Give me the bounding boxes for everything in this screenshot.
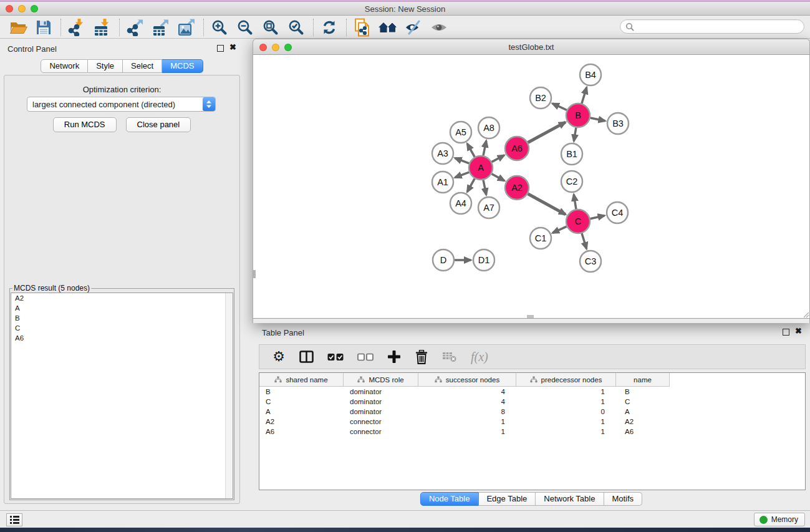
export-image-icon[interactable] xyxy=(176,18,196,37)
network-window-titlebar[interactable]: testGlobe.txt xyxy=(253,39,810,55)
show-panels-eye-icon[interactable] xyxy=(429,18,449,37)
table-row[interactable]: A2connector11A2 xyxy=(259,417,805,427)
search-input[interactable] xyxy=(634,22,804,31)
column-header-shared-name[interactable]: shared name xyxy=(259,373,344,387)
graph-node-D1[interactable]: D1 xyxy=(473,249,494,271)
tab-node-table[interactable]: Node Table xyxy=(420,492,479,506)
graph-node-A2[interactable]: A2 xyxy=(505,176,529,200)
graph-edge-C-C3[interactable] xyxy=(582,233,587,249)
table-row[interactable]: Adominator80A xyxy=(259,407,805,417)
refresh-icon[interactable] xyxy=(319,18,339,37)
close-panel-icon[interactable]: ✖ xyxy=(229,42,236,52)
graph-node-C3[interactable]: C3 xyxy=(580,251,601,272)
graph-edge-A-A7[interactable] xyxy=(483,180,486,195)
export-table-icon[interactable] xyxy=(151,18,171,37)
graph-edge-B-B2[interactable] xyxy=(552,104,567,110)
table-row[interactable]: Cdominator41C xyxy=(259,397,805,407)
mcds-list-scrollbar[interactable] xyxy=(225,293,233,498)
tab-network-table[interactable]: Network Table xyxy=(536,492,604,506)
graph-node-C[interactable]: C xyxy=(566,210,590,233)
tab-network[interactable]: Network xyxy=(41,59,88,73)
select-all-checkboxes-icon[interactable] xyxy=(327,353,344,361)
zoom-fit-icon[interactable] xyxy=(261,18,281,37)
close-table-panel-icon[interactable]: ✖ xyxy=(795,326,802,336)
open-session-icon[interactable] xyxy=(8,18,28,37)
graph-edge-A-A8[interactable] xyxy=(483,141,486,156)
split-columns-icon[interactable] xyxy=(299,351,314,363)
canvas-vertical-scrollbar[interactable] xyxy=(253,270,256,278)
resize-grip-icon[interactable] xyxy=(802,311,809,318)
graph-node-C1[interactable]: C1 xyxy=(530,228,551,249)
table-row[interactable]: Bdominator41B xyxy=(259,387,805,397)
graph-edge-C-C2[interactable] xyxy=(574,195,576,210)
table-settings-gear-icon[interactable]: ⚙ xyxy=(272,351,286,363)
graph-edge-A-A3[interactable] xyxy=(455,158,470,163)
column-header-predecessor-nodes[interactable]: predecessor nodes xyxy=(516,373,616,387)
zoom-out-icon[interactable] xyxy=(235,18,255,37)
tab-edge-table[interactable]: Edge Table xyxy=(478,492,536,506)
graph-node-D[interactable]: D xyxy=(433,249,454,271)
graph-node-B4[interactable]: B4 xyxy=(580,64,601,85)
column-header-successor-nodes[interactable]: successor nodes xyxy=(418,373,516,387)
graph-edge-A2-C[interactable] xyxy=(528,194,566,215)
home-view-icon[interactable] xyxy=(378,18,398,37)
graph-node-A6[interactable]: A6 xyxy=(505,137,529,160)
mcds-result-item[interactable]: C xyxy=(11,323,233,333)
graph-edge-B-B3[interactable] xyxy=(591,118,605,121)
search-field[interactable] xyxy=(620,19,804,34)
graph-node-A4[interactable]: A4 xyxy=(450,193,471,214)
mcds-result-item[interactable]: B xyxy=(11,313,233,323)
mcds-result-item[interactable]: A xyxy=(11,303,233,313)
save-session-icon[interactable] xyxy=(34,18,54,37)
graph-node-A5[interactable]: A5 xyxy=(450,122,471,143)
tab-style[interactable]: Style xyxy=(88,59,123,73)
import-table-icon[interactable] xyxy=(92,18,112,37)
deselect-checkboxes-icon[interactable] xyxy=(357,353,374,361)
graph-edge-A-A2[interactable] xyxy=(492,174,504,181)
criterion-select[interactable]: largest connected component (directed) xyxy=(27,97,216,112)
graph-edge-B-B4[interactable] xyxy=(582,87,587,104)
column-header-MCDS-role[interactable]: MCDS role xyxy=(344,373,418,387)
mcds-result-list[interactable]: A2ABCA6 xyxy=(11,293,233,499)
memory-button[interactable]: Memory xyxy=(754,513,805,526)
graph-node-C4[interactable]: C4 xyxy=(607,202,628,223)
graph-edge-A-A1[interactable] xyxy=(455,172,470,178)
graph-node-B3[interactable]: B3 xyxy=(607,113,629,134)
tab-mcds[interactable]: MCDS xyxy=(162,59,203,73)
graph-edge-A-A6[interactable] xyxy=(492,155,504,162)
delete-trash-icon[interactable] xyxy=(415,350,428,364)
graph-edge-C-C1[interactable] xyxy=(552,226,567,233)
task-history-button[interactable] xyxy=(6,513,22,526)
float-panel-icon[interactable] xyxy=(217,45,224,52)
mcds-result-item[interactable]: A2 xyxy=(11,293,233,303)
graph-edge-A-A5[interactable] xyxy=(467,143,475,157)
zoom-in-icon[interactable] xyxy=(210,18,229,37)
graph-edge-A-A4[interactable] xyxy=(467,178,475,191)
mcds-result-item[interactable]: A6 xyxy=(11,333,233,343)
create-column-plus-icon[interactable] xyxy=(387,350,401,364)
graph-node-C2[interactable]: C2 xyxy=(561,171,582,192)
network-canvas[interactable]: B4B2BB3A8A5A6A3B1AA1C2A2A4A7C4CC1DD1C3 xyxy=(253,55,810,319)
export-network-icon[interactable] xyxy=(125,18,145,37)
graph-node-A1[interactable]: A1 xyxy=(432,172,453,193)
graph-node-A3[interactable]: A3 xyxy=(432,143,453,164)
tab-motifs[interactable]: Motifs xyxy=(604,492,642,506)
float-table-panel-icon[interactable] xyxy=(783,329,789,336)
graph-edge-A6-B[interactable] xyxy=(528,122,566,143)
graph-edge-B-B1[interactable] xyxy=(574,128,576,142)
graph-edge-C-C4[interactable] xyxy=(591,216,605,219)
zoom-selected-icon[interactable] xyxy=(286,18,306,37)
graph-node-A7[interactable]: A7 xyxy=(478,197,499,218)
graph-node-A8[interactable]: A8 xyxy=(478,117,499,138)
graph-node-B2[interactable]: B2 xyxy=(530,87,551,109)
hide-panels-eye-icon[interactable] xyxy=(403,18,423,37)
table-row[interactable]: A6connector11A6 xyxy=(259,427,805,437)
canvas-horizontal-scrollbar[interactable] xyxy=(527,315,534,318)
graph-node-B[interactable]: B xyxy=(566,104,590,127)
column-header-name[interactable]: name xyxy=(616,373,670,387)
graph-node-A[interactable]: A xyxy=(469,156,493,180)
open-network-from-file-icon[interactable] xyxy=(352,18,372,37)
import-network-icon[interactable] xyxy=(67,18,87,37)
graph-node-B1[interactable]: B1 xyxy=(561,143,582,165)
close-panel-button[interactable]: Close panel xyxy=(126,117,191,132)
